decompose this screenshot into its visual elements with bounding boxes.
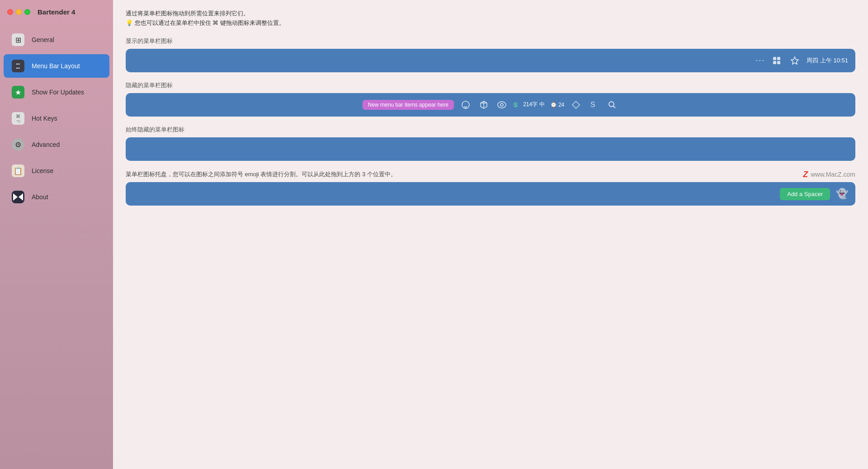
grid-icon: S [588,98,600,111]
shown-label: 显示的菜单栏图标 [126,37,855,45]
sidebar-item-label: License [32,167,53,174]
s-text-icon: S [514,101,518,108]
eye-icon [495,98,508,111]
intro-block: 通过将菜单栏图标拖动到所需位置来排列它们。 💡 您也可以通过在菜单栏中按住 ⌘ … [126,9,855,28]
sidebar-item-advanced[interactable]: ⚙ Advanced [4,133,109,156]
advanced-icon: ⚙ [11,137,25,152]
always-hidden-label: 始终隐藏的菜单栏图标 [126,126,855,134]
svg-point-9 [500,103,503,106]
counter-text: 214字 中 [523,101,544,108]
tray-menubar-row[interactable]: Add a Spacer 👻 [126,182,855,206]
cube-icon [477,98,490,111]
sidebar-item-hot-keys[interactable]: ⌘ ⌥ Hot Keys [4,107,109,130]
ghost-icon: 👻 [835,188,848,200]
menubar-icon: ▪▪▪ ▪▪▪ [11,59,25,73]
sidebar-item-label: Hot Keys [32,115,57,122]
hidden-menubar-row[interactable]: New menu bar items appear here [126,93,855,117]
hidden-section: 隐藏的菜单栏图标 New menu bar items appear here [126,81,855,117]
traffic-lights [7,9,30,15]
close-button[interactable] [7,9,13,15]
sidebar-item-label: Show For Updates [32,89,84,96]
sidebar-item-about[interactable]: About [4,185,109,209]
nav-items: ⊞ General ▪▪▪ ▪▪▪ Menu Bar Layout ★ Show… [0,23,113,213]
sidebar-item-menu-bar-layout[interactable]: ▪▪▪ ▪▪▪ Menu Bar Layout [4,54,109,78]
sidebar-item-license[interactable]: 📋 License [4,159,109,183]
svg-marker-0 [13,193,18,201]
sidebar-item-label: General [32,36,54,43]
tray-description: 菜单栏图标托盘，您可以在图标之间添加符号 emoji 表情进行分割。可以从此处拖… [126,170,855,179]
shown-section: 显示的菜单栏图标 ··· 周四 上午 10:51 [126,37,855,72]
new-items-badge: New menu bar items appear here [363,100,454,110]
intro-line2: 💡 您也可以通过在菜单栏中按住 ⌘ 键拖动图标来调整位置。 [126,19,855,28]
sidebar-item-general[interactable]: ⊞ General [4,28,109,52]
always-hidden-section: 始终隐藏的菜单栏图标 [126,126,855,161]
hidden-label: 隐藏的菜单栏图标 [126,81,855,89]
sidebar-item-label: Advanced [32,141,60,148]
search-icon [606,98,618,111]
add-spacer-button[interactable]: Add a Spacer [780,188,830,200]
svg-line-13 [613,106,616,108]
svg-marker-6 [791,57,798,64]
svg-text:S: S [590,101,595,108]
main-content: 通过将菜单栏图标拖动到所需位置来排列它们。 💡 您也可以通过在菜单栏中按住 ⌘ … [113,0,868,469]
svg-point-12 [609,102,614,107]
shown-menubar-row[interactable]: ··· 周四 上午 10:51 [126,49,855,72]
general-icon: ⊞ [11,33,25,47]
star-icon: ★ [11,85,25,99]
sidebar: Bartender 4 ⊞ General ▪▪▪ ▪▪▪ Menu Bar L… [0,0,113,469]
svg-marker-10 [572,101,580,108]
license-icon: 📋 [11,164,25,178]
star-menu-icon [788,54,801,67]
time-display: 周四 上午 10:51 [807,56,848,65]
tray-section: Z www.MacZ.com 菜单栏图标托盘，您可以在图标之间添加符号 emoj… [126,170,855,206]
always-hidden-menubar-row[interactable] [126,137,855,161]
titlebar: Bartender 4 [0,0,113,23]
about-icon [11,190,25,204]
chat-icon [459,98,472,111]
svg-point-8 [498,102,506,108]
profile-icon [770,54,783,67]
svg-rect-3 [777,57,780,60]
diamond-icon [570,98,582,111]
sidebar-item-label: Menu Bar Layout [32,62,80,70]
minimize-button[interactable] [16,9,22,15]
svg-point-7 [462,101,469,108]
svg-rect-2 [773,57,776,60]
svg-marker-1 [19,193,23,201]
sidebar-item-show-for-updates[interactable]: ★ Show For Updates [4,80,109,104]
sidebar-item-label: About [32,193,48,201]
dots-icon: ··· [755,56,765,65]
svg-rect-5 [777,61,780,64]
maximize-button[interactable] [24,9,30,15]
hotkeys-icon: ⌘ ⌥ [11,111,25,126]
svg-rect-4 [773,61,776,64]
watch-count: ⌚ 24 [550,102,565,108]
intro-line1: 通过将菜单栏图标拖动到所需位置来排列它们。 [126,9,855,19]
app-title: Bartender 4 [38,8,75,16]
